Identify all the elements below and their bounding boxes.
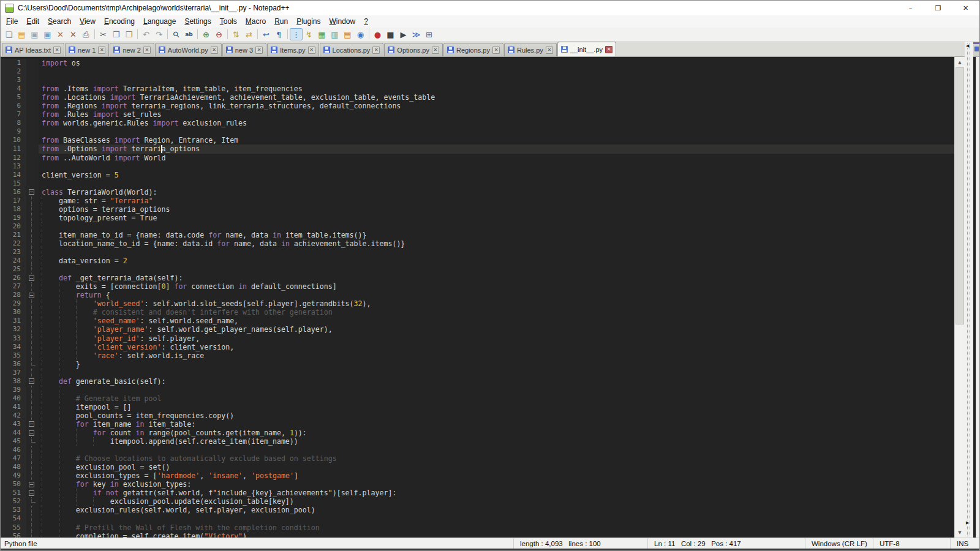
- code-line[interactable]: 15: [1, 179, 954, 188]
- code-text[interactable]: [39, 76, 954, 84]
- code-text[interactable]: options = terraria_options: [39, 205, 954, 214]
- code-text[interactable]: [39, 446, 954, 454]
- code-line[interactable]: 43– for item_name in item_table:: [1, 420, 954, 429]
- fold-margin[interactable]: [26, 317, 39, 325]
- tab-close-icon[interactable]: ✕: [308, 47, 315, 54]
- line-number[interactable]: 40: [1, 394, 26, 403]
- macro-stop-button[interactable]: ■: [384, 28, 397, 40]
- code-text[interactable]: [39, 127, 954, 136]
- tab-options-py[interactable]: Options.py✕: [384, 43, 443, 56]
- sync-scroll-horizontal-button[interactable]: ⇄: [243, 28, 255, 40]
- code-line[interactable]: 55 # Prefill the Wall of Flesh with the …: [1, 523, 954, 532]
- line-number[interactable]: 7: [1, 110, 26, 119]
- fold-collapse-icon[interactable]: –: [29, 490, 34, 496]
- fold-collapse-icon[interactable]: –: [29, 482, 34, 487]
- code-line[interactable]: 7from .Rules import set_rules: [1, 110, 954, 119]
- close-button[interactable]: ✕: [952, 1, 979, 15]
- line-number[interactable]: 6: [1, 102, 26, 110]
- code-line[interactable]: 12from ..AutoWorld import World: [1, 154, 954, 162]
- open-file-button[interactable]: ▤: [15, 28, 28, 40]
- fold-margin[interactable]: [26, 231, 39, 239]
- code-line[interactable]: 13: [1, 162, 954, 171]
- tab-close-icon[interactable]: ✕: [372, 47, 380, 54]
- code-line[interactable]: 54: [1, 514, 954, 523]
- code-text[interactable]: exits = [connection[0] for connection in…: [39, 282, 954, 291]
- code-text[interactable]: pool_counts = item_frequencies.copy(): [39, 411, 954, 420]
- code-line[interactable]: 51– if not getattr(self.world, f"include…: [1, 489, 954, 497]
- fold-margin[interactable]: [26, 84, 39, 93]
- fold-collapse-icon[interactable]: –: [29, 421, 34, 427]
- menu-item-run[interactable]: Run: [270, 16, 292, 27]
- fold-margin[interactable]: [26, 110, 39, 119]
- fold-margin[interactable]: [26, 197, 39, 205]
- code-text[interactable]: completion = self.create_item("Victory"): [39, 532, 954, 538]
- code-line[interactable]: 48 exclusion_pool = set(): [1, 463, 954, 471]
- code-line[interactable]: 8from worlds.generic.Rules import exclus…: [1, 119, 954, 127]
- minimize-button[interactable]: –: [897, 1, 924, 15]
- show-all-characters-button[interactable]: ¶: [273, 28, 285, 40]
- menu-item-file[interactable]: File: [2, 16, 22, 27]
- code-text[interactable]: def generate_basic(self):: [39, 377, 954, 386]
- fold-margin[interactable]: –: [26, 291, 39, 299]
- code-line[interactable]: 26– def _get_terraria_data(self):: [1, 274, 954, 282]
- menu-item-tools[interactable]: Tools: [216, 16, 241, 27]
- fold-margin[interactable]: [26, 239, 39, 248]
- zoom-in-button[interactable]: ⊕: [200, 28, 213, 40]
- print-button[interactable]: ⎙: [80, 28, 92, 40]
- scrollbar-track[interactable]: [955, 67, 965, 527]
- code-line[interactable]: 27 exits = [connection[0] for connection…: [1, 282, 954, 291]
- code-text[interactable]: itempool.append(self.create_item(item_na…: [39, 437, 954, 446]
- fold-margin[interactable]: [26, 411, 39, 420]
- line-number[interactable]: 1: [1, 59, 26, 67]
- code-text[interactable]: [39, 179, 954, 188]
- line-number[interactable]: 43: [1, 420, 26, 429]
- code-text[interactable]: 'player_name': self.world.get_player_nam…: [39, 325, 954, 334]
- code-text[interactable]: from BaseClasses import Region, Entrance…: [39, 136, 954, 144]
- fold-margin[interactable]: [26, 67, 39, 76]
- fold-margin[interactable]: –: [26, 274, 39, 282]
- code-text[interactable]: [39, 162, 954, 171]
- fold-margin[interactable]: –: [26, 377, 39, 386]
- code-line[interactable]: 31 'seed_name': self.world.seed_name,: [1, 317, 954, 325]
- line-number[interactable]: 13: [1, 162, 26, 171]
- close-button[interactable]: ✕: [54, 28, 67, 40]
- tab-autoworld-py[interactable]: AutoWorld.py✕: [155, 43, 222, 56]
- line-number[interactable]: 46: [1, 446, 26, 454]
- find-button[interactable]: ⚲: [170, 28, 183, 40]
- fold-margin[interactable]: –: [26, 489, 39, 497]
- fold-margin[interactable]: [26, 76, 39, 84]
- code-text[interactable]: from worlds.generic.Rules import exclusi…: [39, 119, 954, 127]
- code-text[interactable]: class TerrariaWorld(World):: [39, 188, 954, 197]
- scroll-down-icon[interactable]: ▼: [955, 527, 965, 538]
- fold-margin[interactable]: [26, 93, 39, 102]
- code-text[interactable]: [39, 386, 954, 394]
- line-number[interactable]: 36: [1, 360, 26, 369]
- code-text[interactable]: from .Options import terraria_options: [39, 144, 954, 153]
- code-text[interactable]: exclusion_pool.update(exclusion_table[ke…: [39, 497, 954, 506]
- vertical-scrollbar[interactable]: ▲ ▼: [954, 57, 965, 538]
- macro-play-button[interactable]: ▶: [397, 28, 410, 40]
- undo-button[interactable]: ↶: [140, 28, 153, 40]
- menu-item-[interactable]: ?: [360, 16, 372, 27]
- fold-margin[interactable]: –: [26, 188, 39, 197]
- code-line[interactable]: 10from BaseClasses import Region, Entran…: [1, 136, 954, 144]
- line-number[interactable]: 53: [1, 506, 26, 514]
- line-number[interactable]: 33: [1, 334, 26, 343]
- fold-margin[interactable]: [26, 437, 39, 446]
- fold-margin[interactable]: [26, 171, 39, 179]
- code-line[interactable]: 16–class TerrariaWorld(World):: [1, 188, 954, 197]
- fold-collapse-icon[interactable]: –: [29, 378, 34, 384]
- code-line[interactable]: 3: [1, 76, 954, 84]
- line-number[interactable]: 35: [1, 351, 26, 360]
- line-number[interactable]: 44: [1, 429, 26, 437]
- monitoring-button[interactable]: ◉: [354, 28, 367, 40]
- code-line[interactable]: 32 'player_name': self.world.get_player_…: [1, 325, 954, 334]
- macro-run-multiple-button[interactable]: ≫: [410, 28, 423, 40]
- code-text[interactable]: 'player_id': self.player,: [39, 334, 954, 343]
- code-line[interactable]: 17 game: str = "Terraria": [1, 197, 954, 205]
- fold-margin[interactable]: [26, 394, 39, 403]
- line-number[interactable]: 37: [1, 369, 26, 377]
- line-number[interactable]: 26: [1, 274, 26, 282]
- save-button[interactable]: ▣: [28, 28, 41, 40]
- menu-item-encoding[interactable]: Encoding: [100, 16, 139, 27]
